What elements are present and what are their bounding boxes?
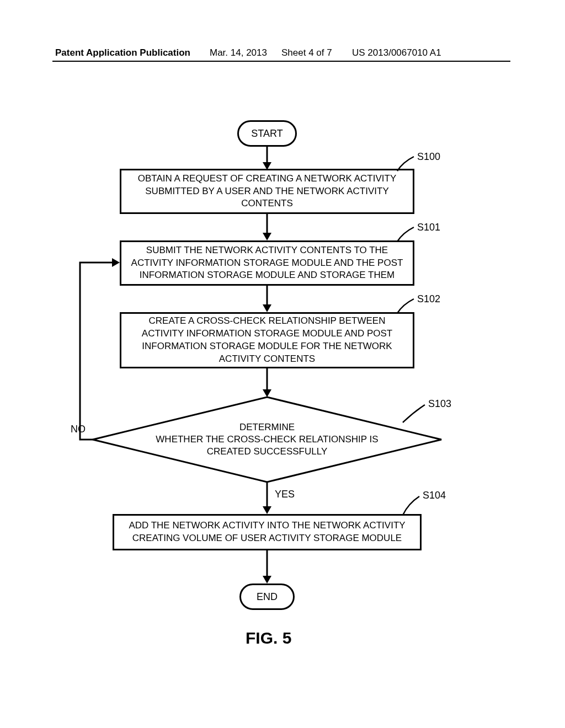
process-s104-text: ADD THE NETWORK ACTIVITY INTO THE NETWOR…	[120, 520, 414, 545]
svg-marker-11	[263, 506, 271, 514]
process-s102: CREATE A CROSS-CHECK RELATIONSHIP BETWEE…	[120, 312, 414, 368]
svg-marker-9	[112, 258, 120, 267]
decision-line1: DETERMINE	[239, 421, 295, 433]
decision-line2: WHETHER THE CROSS-CHECK RELATIONSHIP IS	[156, 433, 378, 446]
decision-s103: DETERMINE WHETHER THE CROSS-CHECK RELATI…	[92, 396, 443, 483]
start-terminal: START	[237, 120, 297, 147]
end-label: END	[257, 591, 278, 603]
arrow-no-loop	[80, 263, 124, 442]
label-s102: S102	[417, 293, 440, 305]
label-s103: S103	[428, 398, 451, 410]
arrow-s100-s101	[267, 214, 268, 240]
decision-line3: CREATED SUCCESSFULLY	[207, 446, 328, 458]
process-s104: ADD THE NETWORK ACTIVITY INTO THE NETWOR…	[113, 514, 422, 550]
label-s101: S101	[417, 222, 440, 233]
process-s100: OBTAIN A REQUEST OF CREATING A NETWORK A…	[120, 169, 414, 214]
label-s100: S100	[417, 151, 440, 163]
label-yes: YES	[275, 489, 295, 500]
end-terminal: END	[239, 584, 295, 610]
arrow-s102-decision	[267, 368, 268, 397]
process-s101-text: SUBMIT THE NETWORK ACTIVITY CONTENTS TO …	[127, 244, 407, 282]
flowchart-canvas: START OBTAIN A REQUEST OF CREATING A NET…	[0, 0, 565, 728]
process-s101: SUBMIT THE NETWORK ACTIVITY CONTENTS TO …	[120, 240, 414, 286]
arrow-s104-end	[267, 550, 268, 584]
svg-marker-3	[263, 233, 271, 240]
process-s100-text: OBTAIN A REQUEST OF CREATING A NETWORK A…	[127, 173, 407, 211]
decision-text: DETERMINE WHETHER THE CROSS-CHECK RELATI…	[92, 396, 443, 483]
svg-marker-5	[263, 304, 271, 312]
arrow-yes-s104	[267, 482, 268, 514]
label-s104: S104	[423, 490, 446, 501]
arrow-s101-s102	[267, 286, 268, 312]
figure-label: FIG. 5	[246, 629, 291, 647]
start-label: START	[251, 128, 282, 140]
process-s102-text: CREATE A CROSS-CHECK RELATIONSHIP BETWEE…	[127, 315, 407, 366]
svg-marker-13	[263, 576, 271, 584]
arrow-start-s100	[267, 147, 268, 169]
